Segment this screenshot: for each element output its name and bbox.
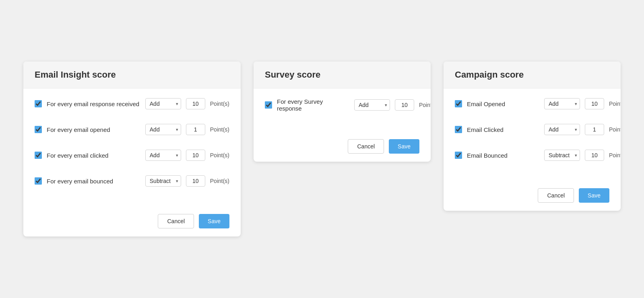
email-bounced-checkbox[interactable] (35, 177, 42, 185)
campaign-clicked-action-select[interactable]: Add Subtract (544, 124, 580, 135)
campaign-opened-action-wrapper: Add Subtract ▾ (544, 98, 580, 109)
campaign-clicked-points-label: Point(s) (609, 126, 621, 133)
email-clicked-row: For every email clicked Add Subtract ▾ P… (35, 150, 229, 161)
email-response-points-label: Point(s) (210, 101, 229, 107)
survey-response-label: For every Survey response (277, 98, 349, 112)
email-response-action-select[interactable]: Add Subtract (145, 98, 181, 109)
survey-rows: For every Survey response Add Subtract ▾… (265, 98, 419, 112)
campaign-clicked-action-wrapper: Add Subtract ▾ (544, 124, 580, 135)
email-clicked-label: For every email clicked (47, 152, 140, 159)
email-response-label: For every email response received (47, 101, 140, 107)
campaign-clicked-checkbox[interactable] (455, 126, 462, 133)
email-clicked-action-wrapper: Add Subtract ▾ (145, 150, 181, 161)
campaign-opened-checkbox[interactable] (455, 100, 462, 107)
campaign-bounced-points-input[interactable] (585, 150, 604, 161)
campaign-footer: Cancel Save (444, 180, 621, 211)
email-opened-points-input[interactable] (186, 124, 205, 135)
campaign-cancel-button[interactable]: Cancel (538, 188, 574, 203)
survey-response-points-label: Point(s) (419, 102, 431, 108)
email-bounced-row: For every email bounced Add Subtract ▾ P… (35, 175, 229, 187)
email-response-action-wrapper: Add Subtract ▾ (145, 98, 181, 109)
survey-response-action-wrapper: Add Subtract ▾ (354, 99, 390, 111)
email-insight-save-button[interactable]: Save (199, 214, 229, 228)
campaign-bounced-points-label: Point(s) (609, 152, 621, 158)
email-insight-title: Email Insight score (35, 70, 116, 80)
campaign-clicked-row: Email Clicked Add Subtract ▾ Point(s) (455, 124, 609, 135)
campaign-opened-points-input[interactable] (585, 98, 604, 109)
email-insight-rows: For every email response received Add Su… (35, 98, 229, 187)
email-bounced-action-select[interactable]: Add Subtract (145, 175, 181, 187)
campaign-header: Campaign score (444, 62, 621, 88)
survey-card: Survey score For every Survey response A… (254, 62, 431, 162)
campaign-title: Campaign score (455, 70, 524, 80)
email-opened-action-wrapper: Add Subtract ▾ (145, 124, 181, 135)
email-insight-footer: Cancel Save (23, 206, 241, 236)
campaign-opened-points-label: Point(s) (609, 101, 621, 107)
email-opened-action-select[interactable]: Add Subtract (145, 124, 181, 135)
email-opened-points-label: Point(s) (210, 126, 229, 133)
email-clicked-action-select[interactable]: Add Subtract (145, 150, 181, 161)
survey-response-action-select[interactable]: Add Subtract (354, 99, 390, 111)
campaign-rows: Email Opened Add Subtract ▾ Point(s) Ema… (455, 98, 609, 161)
campaign-bounced-action-wrapper: Add Subtract ▾ (544, 150, 580, 161)
survey-cancel-button[interactable]: Cancel (348, 139, 384, 154)
campaign-save-button[interactable]: Save (579, 188, 609, 203)
survey-header: Survey score (254, 62, 431, 88)
survey-save-button[interactable]: Save (389, 139, 419, 154)
email-insight-header: Email Insight score (23, 62, 241, 88)
email-insight-card: Email Insight score For every email resp… (23, 62, 241, 236)
email-bounced-label: For every email bounced (47, 178, 140, 185)
survey-response-row: For every Survey response Add Subtract ▾… (265, 98, 419, 112)
email-response-checkbox[interactable] (35, 100, 42, 107)
email-opened-label: For every email opened (47, 126, 140, 133)
email-bounced-points-label: Point(s) (210, 178, 229, 184)
survey-footer: Cancel Save (254, 131, 431, 162)
survey-body: For every Survey response Add Subtract ▾… (254, 88, 431, 131)
email-insight-body: For every email response received Add Su… (23, 88, 241, 206)
email-opened-row: For every email opened Add Subtract ▾ Po… (35, 124, 229, 135)
email-clicked-points-label: Point(s) (210, 152, 229, 158)
campaign-opened-row: Email Opened Add Subtract ▾ Point(s) (455, 98, 609, 109)
page-container: Email Insight score For every email resp… (7, 45, 637, 253)
campaign-bounced-action-select[interactable]: Add Subtract (544, 150, 580, 161)
campaign-opened-action-select[interactable]: Add Subtract (544, 98, 580, 109)
email-bounced-action-wrapper: Add Subtract ▾ (145, 175, 181, 187)
campaign-bounced-checkbox[interactable] (455, 152, 462, 159)
campaign-bounced-row: Email Bounced Add Subtract ▾ Point(s) (455, 150, 609, 161)
survey-response-points-input[interactable] (395, 99, 414, 111)
campaign-clicked-points-input[interactable] (585, 124, 604, 135)
campaign-opened-label: Email Opened (467, 101, 539, 107)
email-insight-cancel-button[interactable]: Cancel (158, 214, 194, 228)
campaign-card: Campaign score Email Opened Add Subtract… (444, 62, 621, 211)
email-response-points-input[interactable] (186, 98, 205, 109)
email-bounced-points-input[interactable] (186, 175, 205, 187)
email-response-row: For every email response received Add Su… (35, 98, 229, 109)
survey-title: Survey score (265, 70, 320, 80)
campaign-body: Email Opened Add Subtract ▾ Point(s) Ema… (444, 88, 621, 180)
campaign-bounced-label: Email Bounced (467, 152, 539, 159)
email-clicked-checkbox[interactable] (35, 152, 42, 159)
campaign-clicked-label: Email Clicked (467, 126, 539, 133)
survey-response-checkbox[interactable] (265, 101, 272, 109)
email-opened-checkbox[interactable] (35, 126, 42, 133)
email-clicked-points-input[interactable] (186, 150, 205, 161)
